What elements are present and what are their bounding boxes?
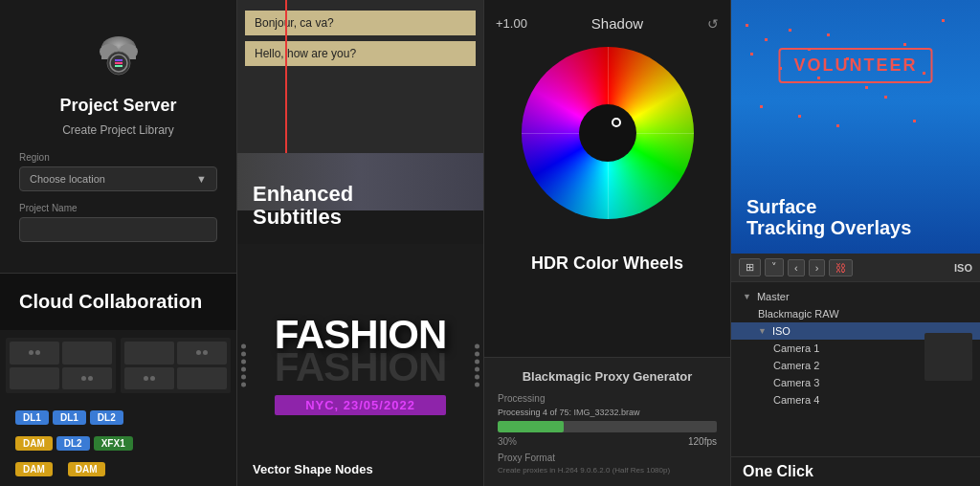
wheel-reset-btn[interactable]: ↺ (707, 16, 719, 32)
chevron-down-icon: ▼ (196, 173, 207, 185)
camera3-label: Camera 3 (773, 377, 819, 388)
proxy-generator-section: Blackmagic Proxy Generator Processing Pr… (484, 357, 730, 486)
panel-surface-tracking: VOLUNTEER Surface Tracking Overlays ⊞ ˅ … (731, 0, 980, 486)
panel-cloud-collaboration: Project Server Create Project Library Re… (0, 0, 237, 486)
vector-shape-label: Vector Shape Nodes (253, 462, 373, 476)
enhanced-label-line2: Subtitles (253, 205, 342, 229)
proxy-info: Create proxies in H.264 9.0.6.2.0 (Half … (498, 466, 717, 475)
tag-dl2-2: DL2 (56, 436, 90, 451)
tree-camera2[interactable]: Camera 2 (731, 357, 980, 374)
fashion-section: FASHION FASHION NYC, 23/05/2022 Vector S… (237, 244, 483, 486)
wheel-value: +1.00 (496, 16, 527, 31)
file-tree-section: ⊞ ˅ ‹ › ⛓ ISO ▼ Master Blackmagic RAW ▼ … (731, 254, 980, 486)
subtitle-line-1: Bonjour, ca va? (245, 11, 476, 35)
tag-row-2: DAM DL2 XFX1 (6, 431, 231, 456)
surface-tracking-label: Surface Tracking Overlays (746, 196, 911, 238)
iso-label: ISO (954, 262, 972, 274)
panel-1-top: Project Server Create Project Library Re… (0, 0, 236, 273)
enhanced-label-line1: Enhanced (253, 182, 353, 206)
color-wheel-container[interactable] (512, 47, 703, 238)
panel-hdr-color: +1.00 Shadow ↺ HDR Color Wheels Blackmag… (484, 0, 731, 486)
tag-dl2-1: DL2 (90, 410, 123, 425)
volunteer-text: VOLUNTEER (793, 55, 917, 75)
subtitle-preview: Bonjour, ca va? Hello, how are you? (237, 0, 483, 153)
proxy-processing-label: Processing (498, 393, 545, 404)
proxy-processing-row: Processing (498, 393, 717, 404)
tree-camera4[interactable]: Camera 4 (731, 391, 980, 409)
back-btn[interactable]: ‹ (788, 259, 805, 276)
dots-left (237, 340, 250, 390)
dropdown-btn[interactable]: ˅ (765, 258, 784, 276)
fashion-date: NYC, 23/05/2022 (275, 395, 447, 415)
tag-dl1-2: DL1 (53, 410, 86, 425)
proxy-progress-fill (498, 421, 564, 432)
cloud-collaboration-title: Cloud Collaboration (19, 291, 202, 312)
fashion-content: FASHION FASHION NYC, 23/05/2022 (275, 315, 447, 415)
tag-row-1: DL1 DL1 DL2 (6, 405, 231, 431)
forward-btn[interactable]: › (809, 259, 826, 276)
proxy-percent: 30% (498, 436, 517, 447)
subtitle-section: Bonjour, ca va? Hello, how are you? Enha… (237, 0, 483, 244)
arrow-icon: ▼ (743, 292, 751, 301)
hdr-label: HDR Color Wheels (531, 254, 683, 274)
surface-tracking-section: VOLUNTEER Surface Tracking Overlays (731, 0, 980, 254)
camera4-label: Camera 4 (773, 394, 819, 406)
tree-master[interactable]: ▼ Master (731, 288, 980, 305)
project-name-input[interactable] (19, 217, 217, 242)
fashion-text: FASHION (275, 315, 447, 355)
layout-btn[interactable]: ⊞ (739, 258, 761, 276)
tag-section: DL1 DL1 DL2 DAM DL2 XFX1 DAM DAM (0, 401, 236, 486)
link-btn[interactable]: ⛓ (829, 259, 853, 276)
tag-xfx1: XFX1 (94, 436, 133, 451)
region-dropdown[interactable]: Choose location ▼ (19, 166, 217, 191)
wheel-inner-circle (579, 104, 636, 162)
surface-label-line2: Tracking Overlays (746, 217, 911, 238)
davinci-logo-icon (90, 27, 147, 84)
surface-label-line1: Surface (746, 196, 816, 217)
camera1-label: Camera 1 (773, 342, 819, 354)
arrow-icon-iso: ▼ (758, 326, 767, 336)
tag-dl1-1: DL1 (15, 410, 49, 425)
media-thumbnail-2 (924, 350, 972, 381)
blackmagic-raw-label: Blackmagic RAW (758, 308, 839, 320)
project-server-title: Project Server (59, 96, 176, 116)
cloud-collab-section: Cloud Collaboration (0, 273, 236, 330)
playhead-line (285, 0, 287, 153)
tag-dam-3: DAM (68, 462, 105, 476)
tag-row-3: DAM DAM (6, 456, 231, 482)
proxy-progress-bar-bg (498, 421, 717, 432)
proxy-speed: 120fps (688, 436, 717, 447)
iso-label-tree: ISO (772, 325, 791, 337)
volunteer-badge: VOLUNTEER (778, 48, 932, 83)
subtitle-line-2: Hello, how are you? (245, 41, 476, 66)
file-tree: ▼ Master Blackmagic RAW ▼ ISO Camera 1 C… (731, 282, 980, 456)
color-wheel-section: +1.00 Shadow ↺ HDR Color Wheels (484, 0, 730, 357)
wheel-crosshair (612, 118, 621, 127)
panel-enhanced-subtitles: Bonjour, ca va? Hello, how are you? Enha… (237, 0, 484, 486)
tree-blackmagic-raw[interactable]: Blackmagic RAW (731, 305, 980, 322)
tag-dam-2: DAM (15, 462, 53, 476)
wheel-controls: +1.00 Shadow ↺ (496, 15, 719, 32)
region-placeholder: Choose location (30, 173, 105, 185)
tag-dam-1: DAM (15, 436, 53, 451)
proxy-filename: Processing 4 of 75: IMG_33232.braw (498, 408, 717, 417)
project-name-label: Project Name (19, 203, 217, 213)
proxy-format-label: Proxy Format (498, 453, 717, 463)
dots-right (471, 340, 483, 390)
toolbar: ⊞ ˅ ‹ › ⛓ ISO (731, 254, 980, 282)
one-click-label: One Click (731, 456, 980, 486)
proxy-stats-row: 30% 120fps (498, 436, 717, 447)
master-label: Master (757, 291, 790, 302)
grid-dots-area (0, 330, 236, 401)
wheel-label: Shadow (591, 15, 643, 32)
create-library-label: Create Project Library (62, 123, 174, 137)
region-label: Region (19, 152, 217, 163)
enhanced-subtitles-label: Enhanced Subtitles (253, 183, 353, 229)
proxy-title: Blackmagic Proxy Generator (498, 369, 717, 384)
camera2-label: Camera 2 (773, 360, 819, 371)
conic-wheel (522, 47, 694, 219)
